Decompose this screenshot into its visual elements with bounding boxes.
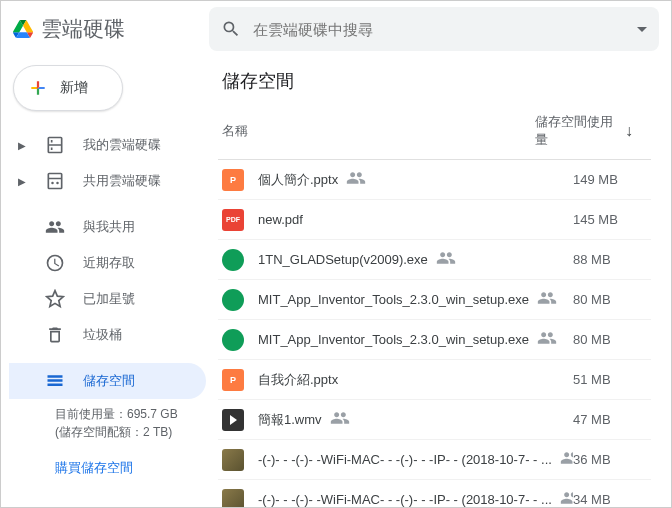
- search-options-icon[interactable]: [637, 27, 647, 32]
- file-size: 80 MB: [573, 332, 643, 347]
- trash-icon: [45, 325, 65, 345]
- file-row[interactable]: MIT_App_Inventor_Tools_2.3.0_win_setup.e…: [218, 280, 651, 320]
- nav-storage[interactable]: 儲存空間: [9, 363, 206, 399]
- file-name: -(-)- - -(-)- -WiFi-MAC- - -(-)- - -IP- …: [258, 488, 573, 507]
- nav-recent[interactable]: 近期存取: [9, 245, 206, 281]
- nav-starred[interactable]: 已加星號: [9, 281, 206, 317]
- file-row[interactable]: P個人簡介.pptx149 MB: [218, 160, 651, 200]
- shared-icon: [537, 288, 557, 311]
- file-type-icon: [222, 449, 244, 471]
- new-button-label: 新增: [60, 79, 88, 97]
- file-row[interactable]: PDFnew.pdf145 MB: [218, 200, 651, 240]
- star-icon: [45, 289, 65, 309]
- file-name: 簡報1.wmv: [258, 408, 573, 431]
- file-type-icon: P: [222, 169, 244, 191]
- sort-arrow-icon[interactable]: ↓: [625, 122, 643, 140]
- nav-shared-drives[interactable]: ▶ 共用雲端硬碟: [9, 163, 206, 199]
- shared-icon: [560, 448, 573, 471]
- expand-icon[interactable]: ▶: [17, 140, 27, 151]
- nav-label: 我的雲端硬碟: [83, 136, 161, 154]
- shared-icon: [537, 328, 557, 351]
- file-row[interactable]: -(-)- - -(-)- -WiFi-MAC- - -(-)- - -IP- …: [218, 480, 651, 507]
- nav-label: 已加星號: [83, 290, 135, 308]
- file-size: 34 MB: [573, 492, 643, 507]
- storage-usage-text: 目前使用量：695.7 GB (儲存空間配額：2 TB): [9, 399, 206, 447]
- file-row[interactable]: 簡報1.wmv47 MB: [218, 400, 651, 440]
- file-type-icon: [222, 249, 244, 271]
- file-size: 80 MB: [573, 292, 643, 307]
- file-type-icon: [222, 289, 244, 311]
- search-input[interactable]: [253, 21, 625, 38]
- col-usage[interactable]: 儲存空間使用量: [535, 113, 625, 149]
- file-name: 1TN_GLADSetup(v2009).exe: [258, 248, 573, 271]
- buy-storage-link[interactable]: 購買儲存空間: [9, 447, 206, 483]
- drive-logo-icon: [13, 19, 33, 39]
- file-type-icon: [222, 409, 244, 431]
- shared-drives-icon: [45, 171, 65, 191]
- file-size: 149 MB: [573, 172, 643, 187]
- file-size: 36 MB: [573, 452, 643, 467]
- col-name[interactable]: 名稱: [222, 122, 535, 140]
- file-type-icon: [222, 489, 244, 508]
- file-size: 88 MB: [573, 252, 643, 267]
- file-row[interactable]: MIT_App_Inventor_Tools_2.3.0_win_setup.e…: [218, 320, 651, 360]
- file-size: 51 MB: [573, 372, 643, 387]
- people-icon: [45, 217, 65, 237]
- nav-label: 儲存空間: [83, 372, 135, 390]
- storage-icon: [45, 371, 65, 391]
- column-headers: 名稱 儲存空間使用量 ↓: [218, 113, 651, 160]
- file-size: 47 MB: [573, 412, 643, 427]
- nav-my-drive[interactable]: ▶ 我的雲端硬碟: [9, 127, 206, 163]
- my-drive-icon: [45, 135, 65, 155]
- clock-icon: [45, 253, 65, 273]
- file-row[interactable]: -(-)- - -(-)- -WiFi-MAC- - -(-)- - -IP- …: [218, 440, 651, 480]
- shared-icon: [560, 488, 573, 507]
- sidebar: 新增 ▶ 我的雲端硬碟 ▶ 共用雲端硬碟 與我共用 近期存取 已加星號: [1, 57, 206, 507]
- new-button[interactable]: 新增: [13, 65, 123, 111]
- file-name: new.pdf: [258, 212, 573, 227]
- brand-text: 雲端硬碟: [41, 15, 125, 43]
- shared-icon: [436, 248, 456, 271]
- file-row[interactable]: 1TN_GLADSetup(v2009).exe88 MB: [218, 240, 651, 280]
- file-list: P個人簡介.pptx149 MBPDFnew.pdf145 MB1TN_GLAD…: [218, 160, 651, 507]
- nav-shared-with-me[interactable]: 與我共用: [9, 209, 206, 245]
- expand-icon[interactable]: ▶: [17, 176, 27, 187]
- plus-icon: [28, 78, 48, 98]
- nav-label: 共用雲端硬碟: [83, 172, 161, 190]
- shared-icon: [346, 168, 366, 191]
- file-name: MIT_App_Inventor_Tools_2.3.0_win_setup.e…: [258, 328, 573, 351]
- nav-label: 垃圾桶: [83, 326, 122, 344]
- search-bar[interactable]: [209, 7, 659, 51]
- file-type-icon: [222, 329, 244, 351]
- nav-trash[interactable]: 垃圾桶: [9, 317, 206, 353]
- nav-label: 近期存取: [83, 254, 135, 272]
- brand[interactable]: 雲端硬碟: [13, 15, 193, 43]
- file-name: 個人簡介.pptx: [258, 168, 573, 191]
- file-size: 145 MB: [573, 212, 643, 227]
- file-name: 自我介紹.pptx: [258, 371, 573, 389]
- file-name: MIT_App_Inventor_Tools_2.3.0_win_setup.e…: [258, 288, 573, 311]
- content-area: 儲存空間 名稱 儲存空間使用量 ↓ P個人簡介.pptx149 MBPDFnew…: [206, 57, 671, 507]
- file-type-icon: P: [222, 369, 244, 391]
- file-type-icon: PDF: [222, 209, 244, 231]
- file-name: -(-)- - -(-)- -WiFi-MAC- - -(-)- - -IP- …: [258, 448, 573, 471]
- search-icon: [221, 19, 241, 39]
- page-title: 儲存空間: [218, 69, 651, 93]
- shared-icon: [330, 408, 350, 431]
- nav-label: 與我共用: [83, 218, 135, 236]
- file-row[interactable]: P自我介紹.pptx51 MB: [218, 360, 651, 400]
